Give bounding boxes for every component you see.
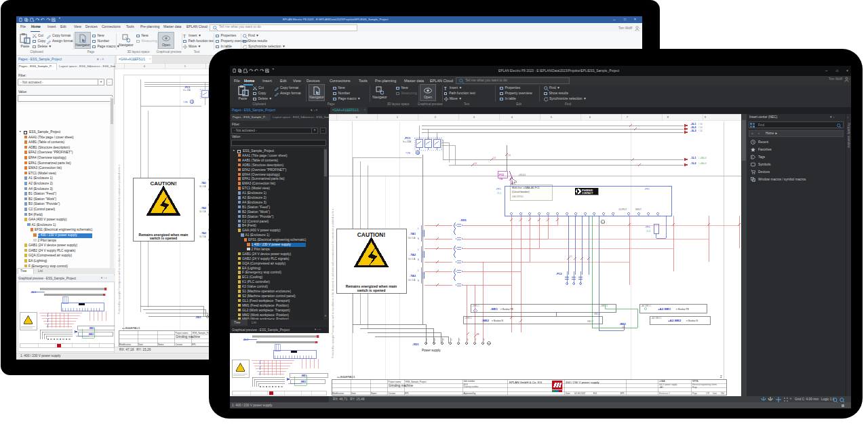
svg-text:L: L	[418, 227, 419, 230]
svg-text:Date: Date	[138, 343, 143, 346]
svg-text:Page: Page	[692, 392, 697, 395]
svg-text:OUTPUT: OUTPUT	[618, 208, 627, 211]
svg-text:7: 7	[475, 339, 477, 341]
svg-text:+A2-WE1: +A2-WE1	[658, 307, 671, 311]
svg-text:/ 14: / 14	[698, 130, 703, 132]
svg-text:EPL: EPL	[192, 343, 196, 346]
svg-text:1: 1	[540, 212, 542, 213]
svg-text:Drawing number: Drawing number	[464, 385, 479, 388]
svg-text:≡ Busbar PE: ≡ Busbar PE	[500, 308, 514, 311]
svg-text:Modification: Modification	[332, 392, 344, 395]
svg-text:-W01: -W01	[619, 322, 627, 326]
svg-text:Grinding machine: Grinding machine	[389, 384, 413, 387]
svg-text:1: 1	[605, 212, 606, 213]
svg-text:CONTACT: CONTACT	[582, 192, 593, 195]
svg-text:In = 32A: In = 32A	[403, 140, 412, 143]
svg-text:PHŒNIX: PHŒNIX	[582, 189, 593, 192]
svg-text:+WE2.1: +WE2.1	[465, 317, 472, 320]
svg-text:/ +B&L4: / +B&L4	[698, 162, 707, 165]
svg-text:-PF1: -PF1	[645, 226, 650, 229]
svg-text:Creator: Creator	[389, 392, 397, 395]
svg-text:1: 1	[659, 212, 660, 213]
svg-text:T-PE: T-PE	[406, 152, 410, 155]
svg-text:EPL: EPL	[405, 392, 409, 395]
svg-text:1: 1	[559, 212, 560, 213]
svg-text:50 / 5 A: 50 / 5 A	[408, 237, 415, 239]
svg-text:K: K	[418, 237, 419, 240]
svg-text:50 / 5 A: 50 / 5 A	[408, 279, 415, 282]
svg-text:-FC5: -FC5	[498, 174, 504, 176]
svg-text:INPUT: INPUT	[635, 208, 642, 211]
svg-text:-1L1: -1L1	[690, 156, 696, 159]
svg-text:-2L1~: -2L1~	[31, 290, 38, 294]
svg-text:200: 200	[622, 326, 625, 329]
svg-text:from: from	[713, 392, 717, 395]
svg-text:4.1: 4.1	[570, 255, 572, 258]
svg-text:1: 1	[427, 339, 428, 341]
svg-text:Project name: Project name	[176, 332, 189, 334]
svg-text:50 / 5 A: 50 / 5 A	[199, 235, 206, 238]
svg-text:T-PE: T-PE	[183, 101, 188, 104]
svg-text:-XD1: -XD1	[412, 343, 419, 346]
svg-text:+WE1.1: +WE1.1	[472, 305, 479, 307]
svg-text:1: 1	[614, 212, 616, 213]
svg-text:-TA3: -TA3	[410, 274, 416, 277]
svg-text:1: 1	[531, 212, 532, 213]
svg-text:-TA2: -TA2	[410, 253, 416, 256]
svg-text:-XD5: -XD5	[460, 218, 467, 222]
svg-text:-FC1: -FC1	[404, 136, 411, 140]
svg-text:1: 1	[522, 212, 524, 213]
svg-text:Enclosure 1: Enclosure 1	[659, 392, 670, 395]
svg-text:-XD1: -XD1	[195, 316, 201, 319]
svg-text:5: 5	[459, 339, 460, 341]
svg-text:-WE2: -WE2	[481, 319, 490, 322]
svg-text:Protected by copyright. Passin: Protected by copyright. Passing on as we…	[118, 165, 121, 314]
svg-text:+A2-WE2: +A2-WE2	[668, 319, 682, 322]
svg-text:Modification: Modification	[119, 343, 131, 346]
svg-text:PE: PE	[477, 333, 479, 336]
svg-text:-PC2: -PC2	[556, 273, 562, 275]
svg-text:-WE2: -WE2	[300, 381, 306, 383]
svg-text:-TA1: -TA1	[201, 182, 206, 185]
svg-text:EJL: EJL	[593, 392, 597, 395]
svg-text:EPL: EPL	[620, 392, 625, 395]
svg-text:Power supply: Power supply	[422, 349, 441, 352]
svg-text:(Circuit breaker): (Circuit breaker)	[512, 191, 530, 193]
svg-text:1: 1	[513, 212, 514, 213]
svg-text:50 / 5 A: 50 / 5 A	[199, 185, 206, 188]
svg-text:6: 6	[467, 339, 469, 341]
svg-text:-WE1: -WE1	[490, 307, 498, 311]
svg-text:Creator: Creator	[176, 343, 184, 346]
svg-text:=+B4&EPA1/1: =+B4&EPA1/1	[122, 326, 140, 330]
svg-text:-1L2: -1L2	[690, 161, 696, 165]
svg-text:-TA3: -TA3	[201, 232, 206, 235]
svg-text:21.4: 21.4	[497, 192, 501, 195]
svg-text:2: 2	[435, 339, 436, 341]
svg-text:1: 1	[587, 212, 588, 213]
svg-text:Grinding machine: Grinding machine	[176, 335, 200, 339]
svg-text:+A2: +A2	[659, 386, 663, 389]
svg-text:8: 8	[484, 339, 485, 341]
svg-text:Job number: Job number	[464, 380, 476, 383]
svg-text:Name: Name	[158, 343, 164, 346]
svg-text:-2L1~: -2L1~	[243, 338, 250, 341]
svg-text:1.6: 1.6	[474, 162, 477, 165]
svg-text:+A2-WE2.1: +A2-WE2.1	[651, 317, 662, 320]
svg-text:Electrical engineering schem.: Electrical engineering schem.	[692, 383, 717, 386]
svg-text:-WE2: -WE2	[88, 333, 94, 336]
svg-text:NFPA:: NFPA:	[692, 380, 698, 383]
svg-text:40A 5SP500: 40A 5SP500	[512, 195, 524, 198]
svg-text:/ +B&L4: / +B&L4	[698, 157, 707, 159]
svg-text:400 / 230 V power supply: 400 / 230 V power supply	[566, 381, 599, 384]
svg-text:+WE1.3: +WE1.3	[600, 305, 608, 307]
svg-text:/ 14: / 14	[698, 126, 703, 129]
svg-text:1.6: 1.6	[508, 154, 511, 157]
svg-text:4: 4	[451, 339, 452, 341]
svg-text:1: 1	[650, 212, 651, 213]
svg-text:CAUTION!: CAUTION!	[357, 231, 386, 238]
svg-text:Date: Date	[351, 392, 356, 395]
svg-text:178: 178	[706, 392, 709, 395]
svg-text:1: 1	[640, 212, 642, 213]
svg-text:1: 1	[549, 212, 551, 213]
svg-text:WE2.2: WE2.2	[587, 320, 593, 323]
